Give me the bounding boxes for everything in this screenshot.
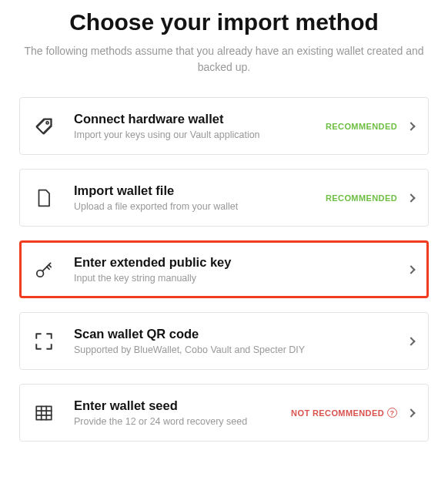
option-desc: Supported by BlueWallet, Cobo Vault and … <box>74 344 389 355</box>
file-icon <box>34 188 54 208</box>
page-subtitle: The following methods assume that you al… <box>19 43 429 76</box>
help-icon[interactable]: ? <box>387 408 397 418</box>
chevron-right-icon <box>406 408 415 417</box>
option-scan-qr[interactable]: Scan wallet QR code Supported by BlueWal… <box>19 312 429 370</box>
svg-rect-2 <box>36 406 52 419</box>
scan-icon <box>34 331 54 351</box>
option-desc: Input the key string manually <box>74 273 389 284</box>
option-connect-hardware[interactable]: Connect hardware wallet Import your keys… <box>19 97 429 155</box>
option-desc: Provide the 12 or 24 word recovery seed <box>74 416 283 427</box>
status-badge-recommended: RECOMMENDED <box>326 193 397 203</box>
option-title: Scan wallet QR code <box>74 327 389 341</box>
option-desc: Import your keys using our Vault applica… <box>74 129 318 140</box>
option-import-file[interactable]: Import wallet file Upload a file exporte… <box>19 169 429 227</box>
chevron-right-icon <box>406 265 415 274</box>
option-enter-seed[interactable]: Enter wallet seed Provide the 12 or 24 w… <box>19 384 429 442</box>
option-extended-pubkey[interactable]: Enter extended public key Input the key … <box>19 240 429 298</box>
option-title: Enter extended public key <box>74 255 389 270</box>
chevron-right-icon <box>406 193 415 202</box>
tag-icon <box>34 116 54 136</box>
chevron-right-icon <box>406 122 415 130</box>
status-badge-text: NOT RECOMMENDED <box>291 408 384 418</box>
option-title: Enter wallet seed <box>74 398 283 413</box>
page-title: Choose your import method <box>19 9 429 35</box>
chevron-right-icon <box>406 337 415 345</box>
svg-point-0 <box>46 121 48 123</box>
status-badge-not-recommended: NOT RECOMMENDED ? <box>291 408 397 418</box>
option-desc: Upload a file exported from your wallet <box>74 201 318 212</box>
option-title: Connect hardware wallet <box>74 112 318 126</box>
grid-icon <box>34 403 54 423</box>
status-badge-recommended: RECOMMENDED <box>326 122 397 131</box>
key-icon <box>34 260 54 280</box>
option-title: Import wallet file <box>74 183 318 198</box>
